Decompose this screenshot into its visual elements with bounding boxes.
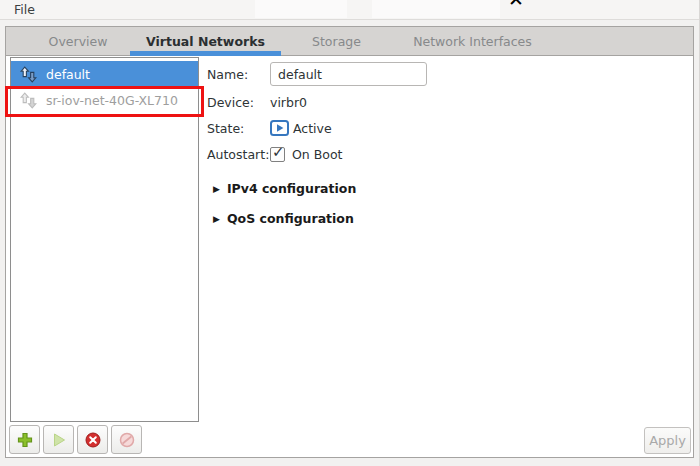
close-icon[interactable]: ✕ (508, 0, 524, 9)
tab-network-interfaces[interactable]: Network Interfaces (390, 27, 555, 55)
cropped-titlebar-fragment (372, 0, 500, 18)
autostart-label: Autostart: (207, 147, 270, 162)
ipv4-configuration-expander[interactable]: ▶ IPv4 configuration (213, 181, 677, 196)
file-menu[interactable]: File (14, 2, 35, 17)
state-value: Active (293, 121, 332, 136)
name-input[interactable] (270, 62, 427, 86)
stop-icon (85, 432, 101, 448)
network-details-pane: Name: Device: virbr0 State: Active (207, 59, 677, 241)
delete-network-button[interactable] (111, 425, 142, 454)
network-list-item-label: default (46, 67, 90, 82)
add-network-button[interactable] (9, 425, 40, 454)
autostart-value: On Boot (292, 147, 343, 162)
network-icon (20, 66, 37, 83)
checkmark-icon: ✓ (272, 143, 285, 161)
menubar: File ✕ (0, 0, 699, 20)
cropped-titlebar-fragment (255, 0, 347, 18)
tab-overview[interactable]: Overview (28, 27, 128, 55)
tab-virtual-networks[interactable]: Virtual Networks (128, 27, 283, 55)
autostart-checkbox[interactable]: ✓ (270, 147, 285, 162)
running-state-icon (270, 120, 289, 136)
plus-icon (17, 432, 33, 448)
apply-button[interactable]: Apply (644, 427, 691, 454)
expander-arrow-icon: ▶ (213, 214, 220, 224)
expander-arrow-icon: ▶ (213, 184, 220, 194)
start-network-button[interactable] (43, 425, 74, 454)
network-list-item-sriov[interactable]: sr-iov-net-40G-XL710 (11, 87, 198, 113)
expander-label: IPv4 configuration (227, 181, 356, 196)
tab-content: default sr-iov-net-40G-XL710 Name: (6, 56, 693, 457)
name-label: Name: (207, 67, 270, 82)
ban-icon (119, 432, 135, 448)
network-icon (20, 92, 37, 109)
play-icon (51, 432, 67, 448)
qos-configuration-expander[interactable]: ▶ QoS configuration (213, 211, 677, 226)
tab-storage[interactable]: Storage (283, 27, 390, 55)
device-label: Device: (207, 95, 270, 110)
device-value: virbr0 (270, 95, 307, 110)
network-list-item-default[interactable]: default (11, 61, 198, 87)
network-list-item-label: sr-iov-net-40G-XL710 (46, 93, 178, 108)
network-list-toolbar (9, 425, 142, 454)
state-label: State: (207, 121, 270, 136)
details-notebook: Overview Virtual Networks Storage Networ… (5, 26, 694, 458)
tab-bar: Overview Virtual Networks Storage Networ… (6, 27, 693, 56)
stop-network-button[interactable] (77, 425, 108, 454)
expander-label: QoS configuration (227, 211, 354, 226)
network-list: default sr-iov-net-40G-XL710 (10, 57, 199, 422)
connection-details-window: File ✕ Overview Virtual Networks Storage… (0, 0, 700, 466)
